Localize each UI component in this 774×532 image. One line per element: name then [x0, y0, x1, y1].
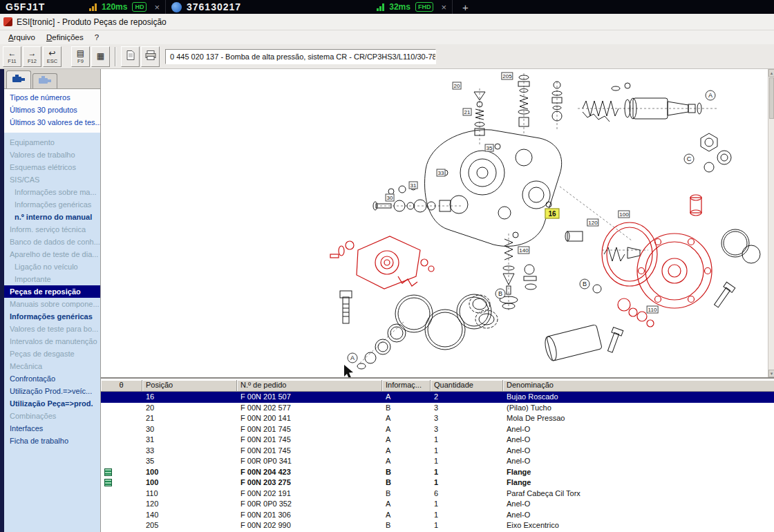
browser-tab-1[interactable]: G5FJ1T 120ms HD × — [0, 0, 166, 14]
cell-kit — [101, 446, 142, 457]
parts-table-row[interactable]: 31F 00N 201 745A1Anel-O — [101, 435, 774, 446]
parts-table-row[interactable]: 16F 00N 201 507A2Bujao Roscado — [101, 392, 774, 403]
diagram-ref-letter: B — [495, 289, 506, 299]
cell: 1 — [431, 510, 503, 521]
sidebar-item[interactable]: Ficha de trabalho — [4, 435, 100, 447]
cell: 1 — [431, 477, 503, 488]
tab-component[interactable] — [32, 73, 57, 88]
cell-kit — [101, 520, 142, 531]
cell: 3 — [431, 424, 503, 435]
sidebar-item[interactable]: Peças de reposição — [4, 285, 100, 298]
sidebar-item[interactable]: Informações genéricas — [4, 310, 100, 323]
diagram-selected-pos-label[interactable]: 16 — [545, 209, 559, 219]
new-tab-button[interactable]: + — [453, 0, 478, 14]
sidebar-item: SIS/CAS — [4, 173, 100, 186]
grid-view-button[interactable]: ▦ — [91, 46, 110, 67]
toolbar-separator — [115, 47, 116, 66]
cell-kit — [101, 488, 142, 500]
document-button[interactable] — [121, 46, 140, 67]
cell: F 00N 202 191 — [237, 488, 382, 500]
sidebar-item[interactable]: Utilização Peça=>prod. — [4, 397, 100, 410]
diagram-pos-label: 100 — [618, 211, 630, 218]
scroll-thumb[interactable] — [769, 77, 774, 119]
sidebar-item[interactable]: Confrontação — [4, 372, 100, 385]
cell-kit — [101, 510, 142, 521]
list-view-button[interactable]: ▤ F9 — [71, 46, 90, 67]
parts-table-row[interactable]: 140F 00N 201 306A1Anel-O — [101, 510, 774, 521]
cell: F 00N 200 141 — [237, 413, 382, 424]
col-header-informacao[interactable]: Informaç... — [382, 380, 431, 392]
parts-table-row[interactable]: 21F 00N 200 141A3Mola De Pressao — [101, 413, 774, 424]
col-header-theta[interactable]: θ — [101, 380, 142, 392]
parts-table-row[interactable]: 120F 00R 0P0 352A1Anel-O — [101, 499, 774, 510]
scroll-up-icon[interactable]: ▲ — [768, 69, 774, 77]
parts-table-row[interactable]: 100F 00N 204 423B1Flange — [101, 467, 774, 478]
menu-help[interactable]: ? — [89, 32, 104, 43]
sidebar-link[interactable]: Últimos 30 produtos — [4, 104, 100, 116]
sidebar-item[interactable]: Interfaces — [4, 422, 100, 435]
browser-tab-2[interactable]: 376130217 32ms FHD × — [166, 0, 453, 14]
cell: F 00N 201 306 — [237, 510, 382, 521]
escape-button[interactable]: ↩ ESC — [43, 46, 62, 67]
product-field[interactable]: 0 445 020 137 - Bomba de alta pressão, s… — [165, 49, 436, 64]
parts-table-row[interactable]: 205F 00N 202 990B1Eixo Excentrico — [101, 520, 774, 531]
list-icon: ▤ — [77, 49, 84, 58]
diagram-ref-letter: B — [580, 279, 590, 289]
sidebar-item: Banco de dados de conh... — [4, 236, 100, 248]
tab2-close-icon[interactable]: × — [441, 2, 446, 12]
sidebar-link[interactable]: Últimos 30 valores de tes... — [4, 116, 100, 129]
escape-key-label: ESC — [47, 58, 57, 64]
forward-icon: → — [28, 49, 37, 58]
kit-icon — [104, 479, 112, 486]
cell-kit — [101, 467, 142, 478]
cell: B — [382, 477, 431, 488]
tab2-quality-badge: FHD — [415, 2, 434, 12]
col-header-posicao[interactable]: Posição — [142, 380, 237, 392]
back-button[interactable]: ← F11 — [3, 46, 21, 67]
toolbar: ← F11 → F12 ↩ ESC ▤ F9 ▦ 0 445 020 137 -… — [0, 44, 774, 69]
tab-vehicle[interactable] — [6, 70, 31, 88]
diagram-ref-letter: A — [706, 91, 716, 101]
cell: 2 — [431, 392, 503, 403]
tab2-title: 376130217 — [187, 1, 241, 12]
left-tab-strip — [4, 69, 100, 88]
parts-table-row[interactable]: 110F 00N 202 191B6Paraf Cabeça Cil Torx — [101, 488, 774, 500]
print-button[interactable] — [141, 46, 160, 67]
diagram-pos-label: 20 — [453, 82, 462, 90]
cell-kit — [101, 456, 142, 467]
cell: Anel-O — [503, 424, 774, 435]
cell: 3 — [431, 403, 503, 414]
cell: Bujao Roscado — [503, 392, 774, 403]
cell: 3 — [431, 413, 503, 424]
tab1-title: G5FJ1T — [6, 1, 45, 12]
kit-icon — [104, 468, 112, 476]
forward-button[interactable]: → F12 — [23, 46, 41, 67]
cell-kit — [101, 477, 142, 488]
parts-table-row[interactable]: 35F 00R 0P0 341A1Anel-O — [101, 456, 774, 467]
diagram-vertical-scrollbar[interactable]: ▲ ▼ — [768, 69, 774, 377]
cell: 30 — [142, 424, 237, 435]
sidebar-item: Valores de teste para bo... — [4, 323, 100, 335]
sidebar-item[interactable]: n.º interno do manual — [4, 211, 100, 223]
parts-table-row[interactable]: 100F 00N 203 275B1Flange — [101, 477, 774, 488]
cell: 1 — [431, 456, 503, 467]
tab1-close-icon[interactable]: × — [154, 2, 160, 12]
diagram-pos-label: 205 — [501, 73, 513, 80]
menu-arquivo[interactable]: Arquivo — [3, 32, 41, 43]
col-header-quantidade[interactable]: Quantidade — [431, 380, 503, 392]
menu-definicoes[interactable]: Definições — [41, 32, 89, 43]
cell: B — [382, 467, 431, 478]
parts-table-row[interactable]: 33F 00N 201 745A1Anel-O — [101, 446, 774, 457]
cell: A — [382, 435, 431, 446]
sidebar-link[interactable]: Tipos de números — [4, 91, 100, 104]
parts-table-row[interactable]: 20F 00N 202 577B3(Pilao) Tucho — [101, 403, 774, 414]
col-header-pedido[interactable]: N.º de pedido — [237, 380, 382, 392]
sidebar-item: Combinações — [4, 410, 100, 422]
cell: B — [382, 403, 431, 414]
col-header-denominacao[interactable]: Denominação — [503, 380, 774, 392]
cell: 31 — [142, 435, 237, 446]
cell: 33 — [142, 446, 237, 457]
parts-table-row[interactable]: 30F 00N 201 745A3Anel-O — [101, 424, 774, 435]
scroll-down-icon[interactable]: ▼ — [768, 370, 774, 377]
sidebar-item[interactable]: Utilização Prod.=>veíc... — [4, 385, 100, 397]
